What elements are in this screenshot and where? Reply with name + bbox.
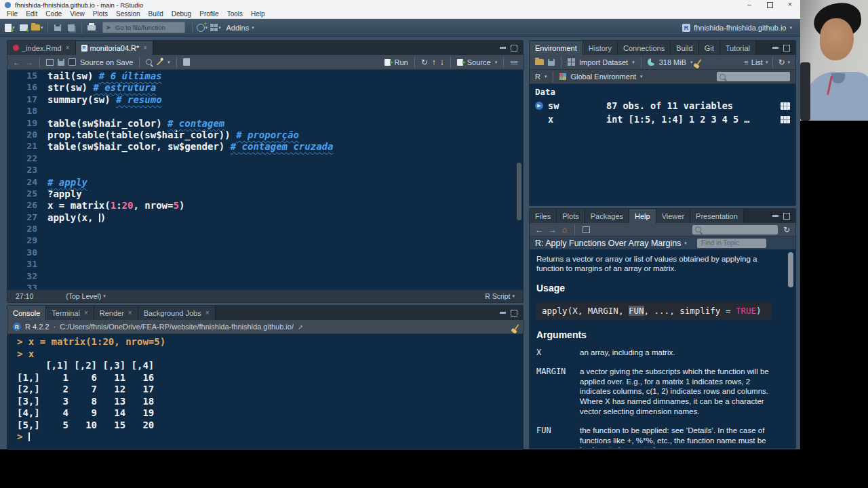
help-forward-button[interactable]: → bbox=[549, 225, 557, 235]
editor[interactable]: 15tail(sw) # 6 últimas16str(sw) # estrut… bbox=[7, 70, 523, 289]
home-icon[interactable]: ⌂ bbox=[562, 226, 567, 233]
environment-row-sw[interactable]: ▶sw87 obs. of 11 variables bbox=[530, 99, 795, 113]
console-tab-terminal[interactable]: Terminal× bbox=[46, 306, 94, 320]
save-button[interactable] bbox=[52, 22, 64, 33]
source-tab-index-rmd[interactable]: _index.Rmd× bbox=[7, 41, 76, 55]
menu-session[interactable]: Session bbox=[112, 10, 144, 18]
view-data-icon[interactable] bbox=[781, 116, 790, 123]
menu-edit[interactable]: Edit bbox=[22, 10, 41, 18]
clear-console-icon[interactable] bbox=[515, 324, 519, 330]
run-button[interactable]: Run bbox=[395, 58, 408, 66]
file-type-selector[interactable]: R Script▾ bbox=[485, 292, 515, 300]
new-file-button[interactable]: ▾ bbox=[4, 22, 16, 33]
help-tab-files[interactable]: Files bbox=[530, 209, 557, 223]
help-tab-presentation[interactable]: Presentation bbox=[690, 209, 744, 223]
document-outline-icon[interactable]: ≡≡ bbox=[510, 58, 517, 66]
find-in-topic-input[interactable] bbox=[697, 239, 766, 248]
language-selector[interactable]: R bbox=[535, 73, 540, 81]
close-button[interactable]: × bbox=[780, 0, 800, 9]
console-output[interactable]: > x = matrix(1:20, nrow=5)> x [,1] [,2] … bbox=[7, 334, 523, 449]
refresh-icon[interactable]: ↻ bbox=[778, 58, 785, 67]
menu-help[interactable]: Help bbox=[247, 10, 269, 18]
close-icon[interactable]: × bbox=[143, 44, 147, 52]
console-tab-render[interactable]: Render× bbox=[94, 306, 138, 320]
menu-tools[interactable]: Tools bbox=[223, 10, 247, 18]
editor-scrollbar[interactable] bbox=[517, 163, 521, 220]
code-tools-icon[interactable] bbox=[157, 59, 163, 65]
external-link-icon[interactable]: ➚ bbox=[298, 323, 303, 331]
console-tab-console[interactable]: Console bbox=[7, 306, 46, 320]
environment-search-input[interactable] bbox=[728, 73, 787, 81]
menu-file[interactable]: File bbox=[3, 10, 22, 18]
help-scrollbar[interactable] bbox=[788, 252, 793, 408]
help-refresh-icon[interactable]: ↻ bbox=[783, 225, 790, 235]
minimize-pane-icon[interactable] bbox=[772, 47, 778, 49]
memory-usage-button[interactable]: 318 MiB bbox=[659, 58, 686, 66]
close-icon[interactable]: × bbox=[84, 309, 88, 317]
restore-button[interactable] bbox=[760, 0, 780, 9]
env-tab-history[interactable]: History bbox=[583, 41, 618, 55]
expand-icon[interactable]: ▶ bbox=[535, 102, 543, 110]
minimize-pane-icon[interactable] bbox=[500, 312, 506, 314]
popout-icon[interactable] bbox=[46, 59, 54, 66]
env-tab-connections[interactable]: Connections bbox=[618, 41, 671, 55]
save-workspace-icon[interactable] bbox=[548, 59, 555, 66]
addins-button[interactable]: Addins▾ bbox=[224, 24, 257, 32]
console-tab-background-jobs[interactable]: Background Jobs× bbox=[138, 306, 216, 320]
list-view-button[interactable]: List bbox=[751, 58, 763, 66]
menu-plots[interactable]: Plots bbox=[89, 10, 112, 18]
menu-view[interactable]: View bbox=[66, 10, 89, 18]
project-selector[interactable]: R fhnishida-fhnishida.github.io ▾ bbox=[678, 24, 796, 32]
help-popout-icon[interactable] bbox=[583, 226, 590, 233]
go-to-file-input[interactable] bbox=[114, 23, 182, 32]
run-previous-icon[interactable]: ↑ bbox=[432, 58, 436, 67]
help-tab-help[interactable]: Help bbox=[629, 209, 656, 223]
menu-build[interactable]: Build bbox=[144, 10, 167, 18]
view-data-icon[interactable] bbox=[781, 102, 790, 110]
help-back-button[interactable]: ← bbox=[535, 225, 543, 235]
maximize-pane-icon[interactable] bbox=[783, 45, 790, 52]
env-tab-environment[interactable]: Environment bbox=[530, 41, 583, 55]
minimize-pane-icon[interactable] bbox=[500, 47, 506, 49]
minimize-button[interactable]: – bbox=[739, 0, 760, 9]
pane-layout-button[interactable]: ▾ bbox=[210, 22, 222, 33]
save-source-icon[interactable] bbox=[58, 59, 64, 66]
help-tab-viewer[interactable]: Viewer bbox=[656, 209, 690, 223]
env-tab-tutorial[interactable]: Tutorial bbox=[720, 41, 756, 55]
clear-environment-icon[interactable] bbox=[696, 59, 701, 65]
environment-scope-selector[interactable]: Global Environment bbox=[570, 73, 636, 81]
help-search-input[interactable] bbox=[703, 225, 775, 234]
back-button[interactable]: ← bbox=[13, 58, 21, 67]
env-tab-build[interactable]: Build bbox=[671, 41, 698, 55]
maximize-pane-icon[interactable] bbox=[511, 310, 517, 317]
compile-report-icon[interactable] bbox=[183, 58, 190, 66]
menu-code[interactable]: Code bbox=[41, 10, 66, 18]
print-button[interactable] bbox=[86, 22, 98, 33]
maximize-pane-icon[interactable] bbox=[783, 213, 790, 220]
save-all-button[interactable] bbox=[66, 22, 77, 33]
maximize-pane-icon[interactable] bbox=[511, 45, 517, 52]
menu-profile[interactable]: Profile bbox=[195, 10, 222, 18]
load-workspace-icon[interactable] bbox=[535, 59, 544, 65]
rerun-icon[interactable]: ↻ bbox=[421, 58, 428, 67]
run-next-icon[interactable]: ↓ bbox=[440, 58, 444, 67]
source-tab-monitoria04-r[interactable]: Rmonitoria04.R*× bbox=[76, 41, 154, 55]
close-icon[interactable]: × bbox=[205, 309, 210, 317]
source-on-save-checkbox[interactable] bbox=[68, 58, 76, 66]
scrollbar-thumb[interactable] bbox=[788, 252, 793, 287]
help-tab-plots[interactable]: Plots bbox=[557, 209, 585, 223]
close-icon[interactable]: × bbox=[66, 44, 70, 52]
new-project-button[interactable] bbox=[18, 22, 29, 33]
env-tab-git[interactable]: Git bbox=[699, 41, 720, 55]
forward-button[interactable]: → bbox=[25, 58, 33, 67]
environment-row-x[interactable]: xint [1:5, 1:4] 1 2 3 4 5 … bbox=[530, 113, 795, 126]
version-control-button[interactable]: ▾ bbox=[197, 22, 208, 33]
find-icon[interactable] bbox=[146, 59, 152, 65]
minimize-pane-icon[interactable] bbox=[772, 215, 778, 217]
close-icon[interactable]: × bbox=[128, 309, 132, 317]
open-file-button[interactable]: ▾ bbox=[31, 22, 43, 33]
source-button[interactable]: Source bbox=[467, 58, 491, 66]
scope-selector[interactable]: (Top Level)▾ bbox=[66, 292, 105, 300]
menu-debug[interactable]: Debug bbox=[167, 10, 195, 18]
import-dataset-button[interactable]: Import Dataset bbox=[579, 58, 628, 66]
